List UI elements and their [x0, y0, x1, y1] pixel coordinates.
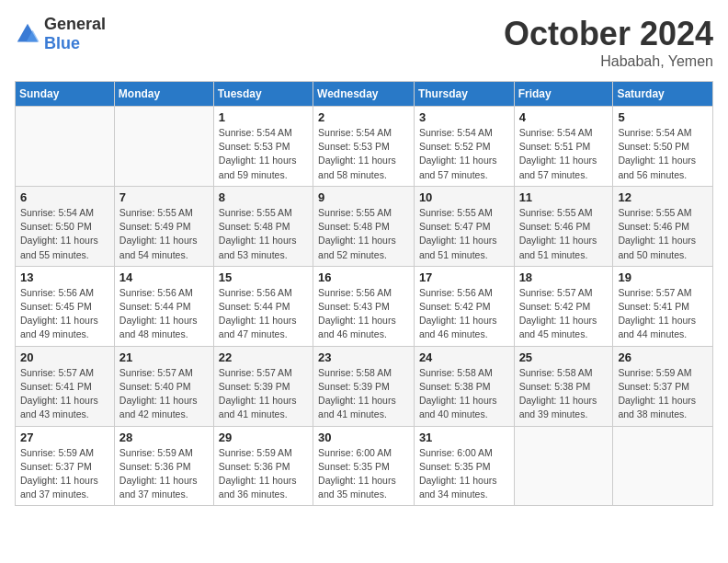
col-friday: Friday: [514, 82, 613, 107]
day-number: 25: [519, 350, 609, 364]
day-info: Sunrise: 5:58 AMSunset: 5:38 PMDaylight:…: [519, 366, 609, 422]
daylight-label: Daylight: 11 hours and 52 minutes.: [318, 235, 396, 259]
sunrise-label: Sunrise: 5:55 AM: [519, 207, 593, 218]
day-number: 23: [318, 350, 409, 364]
day-number: 13: [20, 270, 109, 284]
day-number: 10: [419, 190, 509, 204]
page-header: General Blue October 2024 Hababah, Yemen: [15, 15, 713, 70]
daylight-label: Daylight: 11 hours and 41 minutes.: [318, 395, 396, 419]
daylight-label: Daylight: 11 hours and 44 minutes.: [618, 315, 696, 339]
daylight-label: Daylight: 11 hours and 55 minutes.: [20, 235, 98, 259]
calendar-header-row: Sunday Monday Tuesday Wednesday Thursday…: [16, 82, 713, 107]
table-row: 17Sunrise: 5:56 AMSunset: 5:42 PMDayligh…: [414, 266, 514, 346]
table-row: [114, 107, 213, 187]
day-number: 3: [419, 110, 509, 124]
logo-text: General Blue: [44, 15, 106, 53]
sunset-label: Sunset: 5:50 PM: [20, 221, 92, 232]
logo-blue: Blue: [44, 34, 80, 52]
sunrise-label: Sunrise: 5:59 AM: [219, 447, 292, 458]
table-row: 7Sunrise: 5:55 AMSunset: 5:49 PMDaylight…: [114, 186, 213, 266]
day-number: 24: [419, 350, 509, 364]
daylight-label: Daylight: 11 hours and 46 minutes.: [419, 315, 497, 339]
sunset-label: Sunset: 5:38 PM: [519, 381, 591, 392]
day-number: 7: [119, 190, 209, 204]
sunset-label: Sunset: 5:47 PM: [419, 221, 491, 232]
sunset-label: Sunset: 5:40 PM: [119, 381, 191, 392]
sunset-label: Sunset: 5:37 PM: [618, 381, 689, 392]
day-info: Sunrise: 5:57 AMSunset: 5:40 PMDaylight:…: [119, 366, 209, 422]
daylight-label: Daylight: 11 hours and 40 minutes.: [419, 395, 497, 419]
col-sunday: Sunday: [16, 82, 115, 107]
day-info: Sunrise: 5:55 AMSunset: 5:48 PMDaylight:…: [219, 206, 308, 262]
sunrise-label: Sunrise: 5:55 AM: [119, 207, 193, 218]
sunrise-label: Sunrise: 5:54 AM: [419, 127, 493, 138]
day-info: Sunrise: 5:57 AMSunset: 5:42 PMDaylight:…: [519, 286, 609, 342]
day-number: 26: [618, 350, 708, 364]
sunrise-label: Sunrise: 5:54 AM: [519, 127, 593, 138]
day-number: 11: [519, 190, 609, 204]
sunset-label: Sunset: 5:39 PM: [318, 381, 390, 392]
day-number: 20: [20, 350, 109, 364]
table-row: 1Sunrise: 5:54 AMSunset: 5:53 PMDaylight…: [213, 107, 313, 187]
daylight-label: Daylight: 11 hours and 34 minutes.: [419, 475, 497, 500]
sunrise-label: Sunrise: 5:56 AM: [20, 287, 94, 298]
logo: General Blue: [15, 15, 106, 53]
sunrise-label: Sunrise: 5:55 AM: [219, 207, 292, 218]
table-row: 14Sunrise: 5:56 AMSunset: 5:44 PMDayligh…: [114, 266, 213, 346]
day-info: Sunrise: 5:55 AMSunset: 5:49 PMDaylight:…: [119, 206, 209, 262]
sunrise-label: Sunrise: 6:00 AM: [419, 447, 493, 458]
day-number: 6: [20, 190, 109, 204]
day-info: Sunrise: 5:54 AMSunset: 5:51 PMDaylight:…: [519, 126, 609, 182]
sunrise-label: Sunrise: 5:56 AM: [419, 287, 493, 298]
location-subtitle: Hababah, Yemen: [504, 53, 713, 70]
day-info: Sunrise: 5:58 AMSunset: 5:39 PMDaylight:…: [318, 366, 409, 422]
col-thursday: Thursday: [414, 82, 514, 107]
day-info: Sunrise: 5:57 AMSunset: 5:41 PMDaylight:…: [618, 286, 708, 342]
day-number: 5: [618, 110, 708, 124]
sunset-label: Sunset: 5:38 PM: [419, 381, 491, 392]
daylight-label: Daylight: 11 hours and 35 minutes.: [318, 475, 396, 500]
sunrise-label: Sunrise: 5:56 AM: [219, 287, 292, 298]
table-row: 4Sunrise: 5:54 AMSunset: 5:51 PMDaylight…: [514, 107, 613, 187]
sunset-label: Sunset: 5:48 PM: [318, 221, 390, 232]
sunset-label: Sunset: 5:35 PM: [419, 461, 491, 472]
sunrise-label: Sunrise: 5:57 AM: [20, 367, 94, 378]
table-row: 29Sunrise: 5:59 AMSunset: 5:36 PMDayligh…: [213, 426, 313, 506]
col-saturday: Saturday: [613, 82, 713, 107]
sunset-label: Sunset: 5:41 PM: [20, 381, 92, 392]
day-number: 8: [219, 190, 308, 204]
day-info: Sunrise: 5:54 AMSunset: 5:53 PMDaylight:…: [318, 126, 409, 182]
sunset-label: Sunset: 5:39 PM: [219, 381, 290, 392]
sunset-label: Sunset: 5:42 PM: [419, 301, 491, 312]
title-block: October 2024 Hababah, Yemen: [504, 15, 713, 70]
table-row: 2Sunrise: 5:54 AMSunset: 5:53 PMDaylight…: [313, 107, 415, 187]
daylight-label: Daylight: 11 hours and 42 minutes.: [119, 395, 198, 419]
sunset-label: Sunset: 5:44 PM: [219, 301, 290, 312]
daylight-label: Daylight: 11 hours and 58 minutes.: [318, 155, 396, 179]
day-info: Sunrise: 5:54 AMSunset: 5:50 PMDaylight:…: [618, 126, 708, 182]
day-info: Sunrise: 5:54 AMSunset: 5:52 PMDaylight:…: [419, 126, 509, 182]
calendar-week-row: 27Sunrise: 5:59 AMSunset: 5:37 PMDayligh…: [16, 426, 713, 506]
sunrise-label: Sunrise: 5:58 AM: [419, 367, 493, 378]
table-row: 30Sunrise: 6:00 AMSunset: 5:35 PMDayligh…: [313, 426, 415, 506]
day-info: Sunrise: 5:56 AMSunset: 5:44 PMDaylight:…: [119, 286, 209, 342]
day-number: 15: [219, 270, 308, 284]
day-number: 28: [119, 431, 209, 444]
day-info: Sunrise: 5:55 AMSunset: 5:47 PMDaylight:…: [419, 206, 509, 262]
sunrise-label: Sunrise: 5:54 AM: [219, 127, 292, 138]
table-row: 8Sunrise: 5:55 AMSunset: 5:48 PMDaylight…: [213, 186, 313, 266]
sunset-label: Sunset: 5:49 PM: [119, 221, 191, 232]
calendar-table: Sunday Monday Tuesday Wednesday Thursday…: [15, 81, 713, 506]
sunset-label: Sunset: 5:36 PM: [219, 461, 290, 472]
daylight-label: Daylight: 11 hours and 36 minutes.: [219, 475, 297, 500]
table-row: [613, 426, 713, 506]
table-row: 6Sunrise: 5:54 AMSunset: 5:50 PMDaylight…: [16, 186, 115, 266]
daylight-label: Daylight: 11 hours and 56 minutes.: [618, 155, 696, 179]
day-info: Sunrise: 5:55 AMSunset: 5:46 PMDaylight:…: [618, 206, 708, 262]
day-info: Sunrise: 5:59 AMSunset: 5:37 PMDaylight:…: [20, 446, 109, 502]
sunrise-label: Sunrise: 5:57 AM: [618, 287, 691, 298]
day-number: 17: [419, 270, 509, 284]
day-number: 21: [119, 350, 209, 364]
day-info: Sunrise: 5:56 AMSunset: 5:45 PMDaylight:…: [20, 286, 109, 342]
table-row: 5Sunrise: 5:54 AMSunset: 5:50 PMDaylight…: [613, 107, 713, 187]
